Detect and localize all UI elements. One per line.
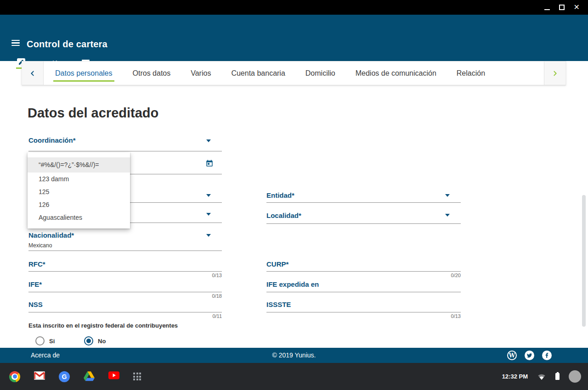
- radio-no-circle[interactable]: [84, 336, 93, 345]
- ife-expedida-input[interactable]: IFE expedida en: [266, 280, 461, 292]
- social-links: [507, 351, 552, 360]
- avatar[interactable]: [569, 370, 581, 383]
- taskbar-status[interactable]: 12:32 PM: [502, 370, 588, 383]
- dropdown-option-1[interactable]: “#%&/()=?¿”·$%&//)=: [28, 157, 130, 173]
- facebook-icon[interactable]: [542, 351, 552, 360]
- issste-label: ISSSTE: [266, 301, 291, 308]
- nss-label: NSS: [28, 301, 43, 308]
- ife-label: IFE*: [28, 280, 42, 288]
- tabs-scroll-right-button[interactable]: [544, 61, 565, 85]
- chevron-down-icon: [445, 194, 450, 197]
- entidad-select[interactable]: Entidad*: [266, 191, 461, 203]
- page-scrollbar[interactable]: [582, 195, 586, 327]
- dropdown-option-5[interactable]: Aguascalientes: [28, 211, 130, 224]
- screen: Control de cartera Operación Reportes: [0, 0, 588, 390]
- tab-relacion[interactable]: Relación: [457, 69, 485, 78]
- nacionalidad-select[interactable]: Nacionalidad* Mexicano: [28, 231, 222, 251]
- clock[interactable]: 12:32 PM: [502, 373, 528, 380]
- chevron-down-icon: [445, 214, 450, 217]
- apps-grid-icon[interactable]: [133, 373, 141, 380]
- drive-icon[interactable]: [84, 371, 95, 382]
- issste-counter: 0/13: [451, 313, 461, 319]
- hamburger-menu-icon[interactable]: [11, 40, 20, 46]
- tab-domicilio[interactable]: Domicilio: [305, 69, 335, 78]
- radio-si-label: Si: [49, 338, 55, 345]
- curp-label: CURP*: [266, 260, 288, 268]
- google-icon[interactable]: [59, 371, 70, 382]
- calendar-icon[interactable]: [205, 159, 214, 167]
- curp-input[interactable]: CURP* 0/20: [266, 260, 461, 272]
- nacionalidad-label: Nacionalidad*: [28, 231, 74, 239]
- localidad-select[interactable]: Localidad*: [266, 212, 461, 224]
- dropdown-option-3[interactable]: 125: [28, 185, 130, 198]
- dropdown-option-2[interactable]: 123 damm: [28, 173, 130, 185]
- maximize-icon[interactable]: [559, 5, 565, 10]
- tab-medios-comunicacion[interactable]: Medios de comunicación: [356, 69, 436, 78]
- wordpress-icon[interactable]: [507, 351, 517, 360]
- chevron-down-icon: [206, 194, 211, 197]
- tab-varios[interactable]: Varios: [191, 69, 211, 78]
- ife-counter: 0/18: [212, 293, 222, 299]
- radio-no[interactable]: No: [84, 336, 106, 346]
- footer: Acerca de © 2019 Yunius.: [0, 348, 588, 363]
- minimize-icon[interactable]: [544, 9, 550, 10]
- registro-question: Esta inscrito en el registro federal de …: [28, 322, 178, 329]
- entidad-label: Entidad*: [266, 191, 294, 199]
- twitter-icon[interactable]: [525, 351, 534, 360]
- chrome-icon[interactable]: [9, 371, 20, 382]
- tab-otros-datos[interactable]: Otros datos: [133, 69, 171, 78]
- chevron-down-icon: [206, 234, 211, 237]
- app-title: Control de cartera: [27, 38, 107, 50]
- wifi-icon[interactable]: [537, 373, 546, 381]
- ife-expedida-label: IFE expedida en: [266, 280, 319, 288]
- page-title: Datos del acreditado: [28, 106, 158, 121]
- tab-cuenta-bancaria[interactable]: Cuenta bancaria: [231, 69, 285, 78]
- taskbar-apps: [0, 371, 141, 382]
- ife-input[interactable]: IFE* 0/18: [28, 280, 222, 292]
- nss-counter: 0/11: [212, 313, 222, 319]
- window-controls: [544, 0, 580, 15]
- localidad-label: Localidad*: [266, 212, 301, 219]
- radio-si-circle[interactable]: [35, 336, 45, 345]
- dropdown-option-4[interactable]: 126: [28, 198, 130, 211]
- tab-datos-personales[interactable]: Datos personales: [55, 69, 113, 78]
- section-tabs: Datos personales Otros datos Varios Cuen…: [44, 61, 544, 85]
- coordinacion-select[interactable]: Coordinación*: [28, 136, 222, 151]
- chevron-right-icon: [551, 70, 559, 77]
- gmail-icon[interactable]: [34, 371, 45, 382]
- nss-input[interactable]: NSS 0/11: [28, 301, 222, 312]
- chevron-down-icon: [206, 139, 211, 142]
- radio-no-label: No: [98, 338, 106, 345]
- close-icon[interactable]: [574, 4, 580, 11]
- youtube-icon[interactable]: [108, 371, 119, 382]
- chevron-left-icon: [29, 70, 36, 77]
- rfc-counter: 0/13: [212, 273, 222, 278]
- taskbar: 12:32 PM: [0, 363, 588, 390]
- radio-si[interactable]: Si: [35, 336, 55, 346]
- battery-icon[interactable]: [555, 373, 560, 380]
- nacionalidad-value: Mexicano: [28, 242, 52, 249]
- section-tab-strip: Datos personales Otros datos Varios Cuen…: [22, 61, 566, 85]
- curp-counter: 0/20: [451, 273, 461, 278]
- chevron-down-icon: [206, 213, 211, 216]
- app-header: Control de cartera Operación Reportes: [0, 15, 588, 61]
- tabs-scroll-left-button[interactable]: [22, 61, 44, 85]
- copyright-text: © 2019 Yunius.: [0, 348, 588, 363]
- coordinacion-label: Coordinación*: [28, 136, 76, 144]
- coordinacion-dropdown: “#%&/()=?¿”·$%&//)= 123 damm 125 126 Agu…: [28, 152, 130, 228]
- rfc-label: RFC*: [28, 260, 45, 268]
- rfc-input[interactable]: RFC* 0/13: [28, 260, 222, 272]
- window-title-bar: [0, 0, 588, 15]
- issste-input[interactable]: ISSSTE 0/13: [266, 301, 461, 312]
